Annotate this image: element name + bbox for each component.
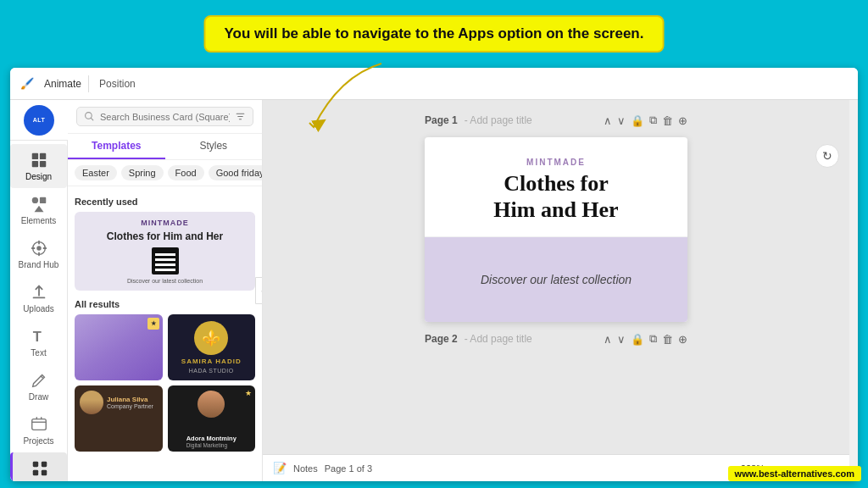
recent-card[interactable]: MINTMADE Clothes for Him and Her Discove… bbox=[75, 212, 255, 291]
card2-subtitle: HADA STUDIO bbox=[189, 368, 234, 374]
search-box[interactable] bbox=[76, 107, 253, 126]
page1-more-btn[interactable]: ⊕ bbox=[678, 114, 687, 127]
watermark: www.best-alternatives.com bbox=[728, 466, 861, 481]
animate-button[interactable]: Animate bbox=[37, 75, 89, 92]
card1-badge: ★ bbox=[147, 318, 159, 330]
svg-rect-2 bbox=[31, 161, 37, 167]
chip-easter[interactable]: Easter bbox=[75, 165, 117, 180]
wreath-icon: ⚜️ bbox=[194, 321, 228, 355]
page2-add-title[interactable]: - Add page title bbox=[465, 333, 532, 345]
page1-title: Clothes for Him and Her bbox=[493, 170, 618, 223]
sidebar-item-text[interactable]: T Text bbox=[10, 320, 67, 364]
annotation-text: You will be able to navigate to the Apps… bbox=[225, 25, 644, 42]
sidebar-label-projects: Projects bbox=[23, 436, 53, 446]
svg-rect-0 bbox=[31, 153, 37, 159]
page2-down-btn[interactable]: ∨ bbox=[617, 333, 626, 346]
card2-name: SAMIRA HADID bbox=[181, 358, 242, 365]
projects-icon bbox=[30, 415, 48, 434]
annotation-bubble: You will be able to navigate to the Apps… bbox=[204, 15, 665, 53]
sidebar-label-apps: Apps bbox=[30, 480, 51, 481]
svg-rect-5 bbox=[39, 197, 45, 203]
apps-icon bbox=[31, 459, 49, 478]
position-button[interactable]: Position bbox=[92, 75, 142, 92]
sidebar-item-elements[interactable]: Elements bbox=[10, 188, 67, 232]
tab-styles[interactable]: Styles bbox=[165, 134, 263, 159]
page1-delete-btn[interactable]: 🗑 bbox=[662, 114, 673, 127]
panel-tabs: Templates Styles bbox=[68, 134, 262, 160]
result-card-2[interactable]: ⚜️ SAMIRA HADID HADA STUDIO bbox=[168, 314, 256, 380]
page2-header: Page 2 - Add page title ∧ ∨ 🔒 ⧉ 🗑 ⊕ bbox=[425, 332, 687, 346]
svg-rect-13 bbox=[42, 462, 47, 467]
sidebar-item-brand-hub[interactable]: Brand Hub bbox=[10, 232, 67, 276]
svg-marker-6 bbox=[34, 206, 43, 212]
page2-actions: ∧ ∨ 🔒 ⧉ 🗑 ⊕ bbox=[604, 332, 687, 346]
sidebar-item-design[interactable]: Design bbox=[10, 144, 67, 188]
page2-copy-btn[interactable]: ⧉ bbox=[649, 332, 657, 346]
right-scrollbar[interactable] bbox=[849, 100, 858, 481]
draw-icon bbox=[30, 371, 48, 390]
person-avatar-4 bbox=[198, 391, 225, 418]
search-input[interactable] bbox=[100, 112, 230, 122]
search-icon bbox=[84, 111, 95, 122]
recent-card-sub: Discover our latest collection bbox=[127, 278, 203, 284]
result-card-4[interactable]: ★ Adora Montminy Digital Marketing bbox=[168, 385, 256, 452]
svg-rect-9 bbox=[32, 297, 45, 299]
chip-spring[interactable]: Spring bbox=[121, 165, 164, 180]
tab-templates[interactable]: Templates bbox=[68, 134, 165, 159]
card3-name: Juliana Silva bbox=[107, 396, 153, 403]
page1-down-btn[interactable]: ∨ bbox=[617, 114, 626, 127]
page2-more-btn[interactable]: ⊕ bbox=[678, 333, 687, 346]
top-toolbar: 🖌️ Animate Position bbox=[10, 68, 858, 100]
panel-collapse-button[interactable]: ‹ bbox=[255, 277, 263, 304]
sidebar-label-draw: Draw bbox=[29, 392, 48, 402]
page2-up-btn[interactable]: ∧ bbox=[604, 333, 612, 346]
body-area: ALT Design bbox=[10, 100, 858, 481]
sidebar-label-uploads: Uploads bbox=[23, 304, 54, 313]
result-card-1[interactable]: ★ bbox=[75, 314, 163, 380]
svg-rect-3 bbox=[39, 161, 45, 167]
svg-rect-11 bbox=[31, 419, 46, 430]
sidebar-item-projects[interactable]: Projects bbox=[10, 408, 67, 452]
svg-point-7 bbox=[36, 246, 42, 251]
sidebar-label-brand: Brand Hub bbox=[19, 260, 59, 269]
sidebar-item-draw[interactable]: Draw bbox=[10, 364, 67, 408]
panel-search bbox=[68, 100, 262, 134]
person-avatar-3 bbox=[80, 391, 103, 414]
svg-text:T: T bbox=[32, 329, 41, 344]
svg-point-4 bbox=[31, 197, 37, 203]
refresh-button[interactable]: ↻ bbox=[815, 144, 839, 168]
canvas-area: Page 1 - Add page title ∧ ∨ 🔒 ⧉ 🗑 ⊕ ↻ bbox=[263, 100, 849, 481]
page2-delete-btn[interactable]: 🗑 bbox=[662, 333, 673, 346]
panel: Templates Styles Easter Spring Food Good… bbox=[68, 100, 263, 481]
page1-copy-btn[interactable]: ⧉ bbox=[649, 114, 657, 127]
chip-good-friday[interactable]: Good friday bbox=[209, 165, 263, 180]
card4-badge: ★ bbox=[245, 389, 252, 397]
sidebar-label-elements: Elements bbox=[21, 216, 57, 225]
logo-area: ALT bbox=[10, 100, 68, 141]
logo-text: ALT bbox=[33, 117, 46, 124]
svg-rect-15 bbox=[42, 470, 47, 475]
result-card-3[interactable]: Juliana Silva Company Partner bbox=[75, 385, 163, 452]
page1-lock-btn[interactable]: 🔒 bbox=[631, 114, 644, 127]
filter-icon[interactable] bbox=[235, 111, 246, 122]
notes-label[interactable]: Notes bbox=[293, 463, 318, 474]
sidebar-item-uploads[interactable]: Uploads bbox=[10, 276, 67, 320]
design-icon bbox=[30, 151, 48, 169]
page1-add-title[interactable]: - Add page title bbox=[465, 114, 532, 126]
elements-icon bbox=[30, 195, 48, 214]
chip-food[interactable]: Food bbox=[168, 165, 204, 180]
svg-rect-12 bbox=[33, 462, 38, 467]
recent-card-heading: Clothes for Him and Her bbox=[107, 230, 223, 244]
page1-label: Page 1 bbox=[425, 114, 458, 126]
page1-top: MINTMADE Clothes for Him and Her bbox=[425, 137, 687, 237]
page2-lock-btn[interactable]: 🔒 bbox=[631, 333, 644, 346]
all-results-title: All results bbox=[75, 299, 255, 309]
page1-up-btn[interactable]: ∧ bbox=[604, 114, 612, 127]
uploads-icon bbox=[30, 283, 48, 302]
page-indicator: Page 1 of 3 bbox=[325, 463, 372, 474]
page1-header: Page 1 - Add page title ∧ ∨ 🔒 ⧉ 🗑 ⊕ bbox=[425, 114, 687, 127]
notes-icon: 📝 bbox=[273, 462, 287, 474]
sidebar-label-design: Design bbox=[25, 172, 52, 181]
sidebar-item-apps[interactable]: Apps bbox=[10, 452, 67, 481]
qr-code bbox=[152, 247, 179, 274]
